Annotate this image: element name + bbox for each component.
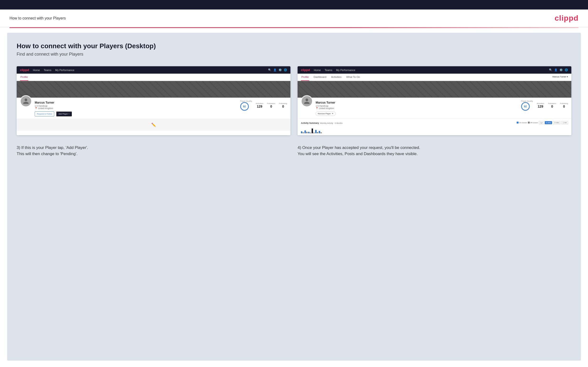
settings-icon-right[interactable]: ⚙️ [560, 68, 563, 72]
profile-row-right: Marcus Turner 1-5 Handicap 📍 United King… [301, 100, 568, 116]
bar-group-1 [301, 131, 304, 133]
search-icon-left[interactable]: 🔍 [268, 68, 271, 72]
hero-image-right [298, 81, 571, 98]
mock-tabbar-right: Profile Dashboard Activities What To On … [298, 74, 571, 81]
tab-dashboard-right[interactable]: Dashboard [313, 74, 327, 81]
tab-whattoon-right[interactable]: What To On [346, 74, 360, 81]
activity-filters: On course Off course 1 yr 6 mths 3 mths … [517, 121, 568, 124]
mock-nav-home-left[interactable]: Home [33, 69, 40, 72]
stat-followers-label-left: Followers [267, 102, 275, 105]
avatar-right [301, 95, 313, 107]
offcourse-label: Off course [530, 122, 538, 124]
buttons-row-left: Request to Follow Add Player + [35, 111, 237, 117]
activity-header-right: Activity Summary Monthly Activity · 6 Mo… [301, 120, 568, 125]
player-hcp-left: 1-5 Handicap [35, 105, 237, 107]
search-icon-right[interactable]: 🔍 [549, 68, 552, 72]
bar-offcourse-4 [313, 133, 315, 133]
request-follow-button[interactable]: Request to Follow [35, 111, 54, 117]
legend-offcourse: Off course [528, 122, 538, 124]
description-item-4: 4) Once your Player has accepted your re… [298, 145, 571, 157]
mock-nav-performance-left[interactable]: My Performance [55, 69, 74, 72]
add-player-button[interactable]: Add Player + [56, 111, 72, 117]
tab-profile-left[interactable]: Profile [20, 74, 28, 81]
bar-group-2 [304, 130, 308, 133]
stat-activities-value-right: 129 [537, 105, 544, 108]
filter-3mths-button[interactable]: 3 mths [553, 121, 560, 124]
avatar-left [20, 95, 32, 107]
bar-oncourse-5 [315, 130, 317, 133]
settings-icon-left[interactable]: ⚙️ [278, 68, 282, 72]
header-title: How to connect with your Players [9, 16, 66, 20]
stat-activities-value-left: 129 [256, 105, 263, 108]
top-bar [0, 0, 588, 9]
oncourse-dot [517, 122, 519, 124]
activity-title: Activity Summary [301, 122, 319, 124]
stat-activities-right: Activities 129 [537, 102, 544, 108]
clippd-logo: clippd [555, 14, 579, 23]
player-info-left: Marcus Turner 1-5 Handicap 📍 United King… [35, 100, 237, 117]
bar-offcourse-2 [306, 132, 308, 133]
mock-tabbar-left: Profile [17, 74, 290, 81]
user-icon-left[interactable]: 👤 [273, 68, 277, 72]
stat-following-label-right: Following [560, 102, 568, 105]
stat-following-value-right: 0 [560, 105, 568, 108]
activity-subtitle: Monthly Activity · 6 Months [320, 122, 343, 124]
descriptions-row: 3) If this is your Player tap, 'Add Play… [17, 145, 571, 157]
player-hcp-right: 1-5 Handicap [316, 105, 518, 107]
profile-row-left: Marcus Turner 1-5 Handicap 📍 United King… [20, 100, 287, 117]
bar-offcourse-3 [310, 133, 311, 133]
mock-navbar-right: clippd Home Teams My Performance 🔍 👤 ⚙️ … [298, 66, 571, 74]
offcourse-dot [528, 122, 530, 124]
bar-oncourse-2 [304, 130, 306, 133]
mock-nav-teams-right[interactable]: Teams [325, 69, 332, 72]
stat-following-label-left: Following [279, 102, 287, 105]
player-info-right: Marcus Turner 1-5 Handicap 📍 United King… [316, 100, 518, 116]
stat-followers-right: Followers 0 [548, 102, 556, 108]
bar-group-3 [308, 132, 311, 133]
player-name-right: Marcus Turner [316, 101, 518, 104]
bar-offcourse-5 [317, 132, 318, 133]
mock-nav-home-right[interactable]: Home [314, 69, 321, 72]
bar-group-4 [311, 128, 315, 133]
mock-bottom-left: ✏️ [17, 119, 290, 131]
bar-offcourse-6 [320, 132, 322, 133]
tab-activities-right[interactable]: Activities [331, 74, 342, 81]
profile-section-right: Marcus Turner 1-5 Handicap 📍 United King… [298, 98, 571, 118]
stat-activities-label-left: Activities [256, 102, 263, 105]
hero-image-left [17, 81, 290, 98]
page-subheading: Find and connect with your Players [17, 52, 571, 57]
legend-oncourse: On course [517, 122, 527, 124]
bar-group-5 [315, 130, 318, 133]
description-item-3: 3) If this is your Player tap, 'Add Play… [17, 145, 290, 157]
quality-wrapper-left: Player Quality 92 [240, 100, 252, 111]
tab-profile-right[interactable]: Profile [301, 74, 309, 81]
globe-icon-right[interactable]: 🌐 [565, 68, 568, 72]
mock-nav-performance-right[interactable]: My Performance [336, 69, 355, 72]
remove-player-button[interactable]: Remove Player ✕ [316, 111, 336, 116]
header-divider [9, 27, 579, 28]
mock-navbar-left: clippd Home Teams My Performance 🔍 👤 ⚙️ … [17, 66, 290, 74]
mock-logo-right: clippd [301, 68, 310, 72]
player-name-tab-right: Marcus Turner ▾ [552, 74, 568, 81]
player-country-right: 📍 United Kingdom [316, 107, 518, 109]
filter-1mth-button[interactable]: 1 mth [561, 121, 568, 124]
activity-titles: Activity Summary Monthly Activity · 6 Mo… [301, 120, 343, 125]
bar-offcourse-1 [303, 132, 304, 133]
filter-1yr-button[interactable]: 1 yr [539, 121, 544, 124]
copyright: Copyright Clippd 2022 [0, 365, 588, 367]
description-text-4: 4) Once your Player has accepted your re… [298, 145, 571, 157]
stat-followers-left: Followers 0 [267, 102, 275, 108]
pencil-icon: ✏️ [151, 123, 156, 127]
globe-icon-left[interactable]: 🌐 [284, 68, 287, 72]
screenshot-right: clippd Home Teams My Performance 🔍 👤 ⚙️ … [298, 66, 571, 135]
description-text-3: 3) If this is your Player tap, 'Add Play… [17, 145, 290, 157]
user-icon-right[interactable]: 👤 [554, 68, 558, 72]
filter-6mths-button[interactable]: 6 mths [545, 121, 552, 124]
mock-nav-teams-left[interactable]: Teams [44, 69, 51, 72]
stat-followers-value-left: 0 [267, 105, 275, 108]
stat-activities-label-right: Activities [537, 102, 544, 105]
quality-label-left: Player Quality [240, 100, 252, 102]
screenshots-row: clippd Home Teams My Performance 🔍 👤 ⚙️ … [17, 66, 571, 135]
stat-following-right: Following 0 [560, 102, 568, 108]
stat-followers-value-right: 0 [548, 105, 556, 108]
